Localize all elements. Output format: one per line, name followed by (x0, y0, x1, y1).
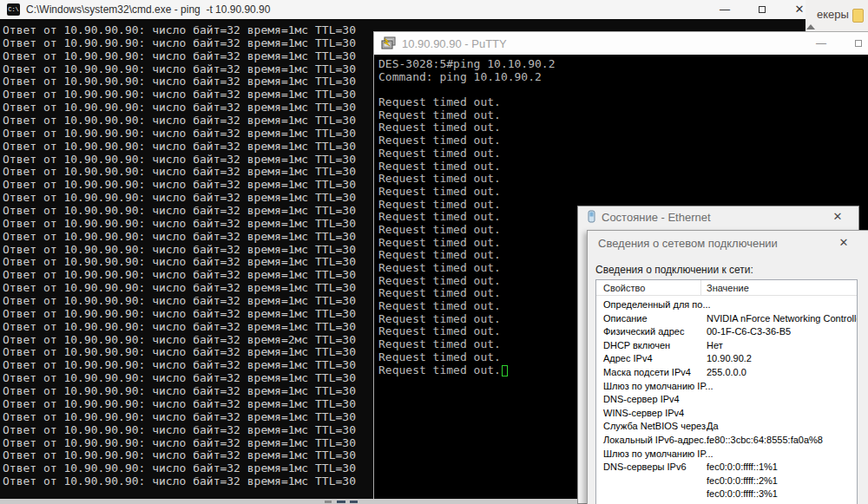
property-cell: Адрес IPv4 (603, 353, 653, 363)
putty-maximize-button[interactable] (845, 32, 868, 55)
putty-titlebar[interactable]: 10.90.90.90 - PuTTY — (374, 32, 868, 55)
table-row[interactable]: fec0:0:0:ffff::3%1 (596, 488, 857, 502)
table-row[interactable]: WINS-сервер IPv4 (596, 408, 857, 422)
value-cell: Нет (707, 340, 723, 350)
column-header-value[interactable]: Значение (707, 283, 749, 293)
details-titlebar[interactable]: Сведения о сетевом подключении ✕ (588, 231, 868, 255)
table-row[interactable]: DNS-сервер IPv4 (596, 394, 857, 408)
property-cell: Шлюз по умолчанию IP... (603, 381, 713, 391)
value-cell: NVIDIA nForce Networking Controller (707, 313, 858, 324)
table-row[interactable]: Служба NetBIOS через...Да (596, 421, 857, 435)
taskbar-fragment (350, 501, 358, 503)
sticky-note-icon (852, 9, 864, 23)
putty-icon (381, 36, 397, 54)
maximize-icon (759, 6, 766, 13)
taskbar-fragment (325, 501, 332, 503)
ethernet-titlebar[interactable]: Состояние - Ethernet ✕ (578, 206, 858, 228)
ethernet-close-button[interactable]: ✕ (828, 208, 847, 226)
terminal-line: Request timed out. (378, 121, 868, 134)
value-cell: 255.0.0.0 (707, 367, 746, 377)
table-row[interactable]: Локальный IPv6-адрес...fe80::3cbc:64:855… (596, 435, 857, 448)
property-cell: Физический адрес (603, 326, 684, 337)
maximize-icon (855, 40, 862, 47)
table-row[interactable]: Шлюз по умолчанию IP... (596, 381, 857, 395)
cmd-minimize-button[interactable]: — (712, 0, 738, 19)
table-row[interactable]: Шлюз по умолчанию IP... (596, 448, 857, 462)
cmd-maximize-button[interactable] (749, 0, 775, 19)
terminal-line: Request timed out. (378, 160, 868, 173)
table-header-row: Свойство Значение (596, 280, 857, 296)
property-cell: DNS-серверы IPv6 (603, 461, 687, 472)
table-rows: Определенный для по...ОписаниеNVIDIA nFo… (596, 299, 857, 502)
desktop: екеры C:\ C:\Windows\system32\cmd.exe - … (0, 0, 868, 504)
ethernet-window-title: Состояние - Ethernet (602, 211, 711, 224)
table-row[interactable]: ОписаниеNVIDIA nForce Networking Control… (596, 313, 857, 327)
terminal-line: Request timed out. (378, 186, 868, 199)
network-adapter-icon (586, 210, 597, 227)
property-cell: Локальный IPv6-адрес... (603, 435, 712, 445)
cmd-icon: C:\ (7, 3, 20, 16)
terminal-line: DES-3028:5#ping 10.10.90.2 (378, 58, 868, 71)
value-cell: 10.90.90.2 (707, 353, 752, 363)
terminal-cursor (502, 365, 508, 376)
property-cell: Описание (603, 313, 648, 324)
property-cell: Служба NetBIOS через... (603, 421, 713, 431)
terminal-line: Request timed out. (378, 173, 868, 186)
background-window-label: екеры (817, 8, 849, 21)
value-cell: fe80::3cbc:64:8555:fa0a%8 (707, 435, 823, 445)
putty-minimize-button[interactable]: — (808, 32, 834, 55)
column-header-property[interactable]: Свойство (603, 283, 645, 293)
terminal-line: Command: ping 10.10.90.2 (378, 71, 868, 84)
value-cell: fec0:0:0:ffff::2%1 (707, 475, 778, 486)
connection-details-table: Свойство Значение Определенный для по...… (595, 279, 858, 504)
details-section-label: Сведения о подключении к сети: (595, 264, 753, 276)
details-dialog-title: Сведения о сетевом подключении (598, 237, 778, 250)
value-cell: fec0:0:0:ffff::1%1 (707, 461, 778, 472)
property-cell: Определенный для по... (603, 299, 711, 310)
value-cell: Да (707, 421, 719, 431)
property-cell: Шлюз по умолчанию IP... (603, 448, 713, 459)
table-row[interactable]: Адрес IPv410.90.90.2 (596, 353, 857, 367)
terminal-line: Request timed out. (378, 147, 868, 160)
terminal-line: Request timed out. (378, 134, 868, 147)
terminal-line (378, 83, 868, 96)
desktop-edge-strip (0, 499, 578, 504)
cmd-titlebar[interactable]: C:\ C:\Windows\system32\cmd.exe - ping -… (0, 0, 806, 19)
connection-details-dialog: Сведения о сетевом подключении ✕ Сведени… (587, 230, 868, 504)
table-row[interactable]: Определенный для по... (596, 299, 857, 313)
scrollbar-up-icon[interactable] (806, 24, 815, 29)
terminal-line: Request timed out. (378, 96, 868, 109)
property-cell: Маска подсети IPv4 (603, 367, 691, 377)
table-row[interactable]: fec0:0:0:ffff::2%1 (596, 475, 857, 489)
property-cell: DNS-сервер IPv4 (603, 394, 680, 404)
table-row[interactable]: DNS-серверы IPv6fec0:0:0:ffff::1%1 (596, 461, 857, 475)
details-close-button[interactable]: ✕ (834, 234, 853, 252)
cmd-close-button[interactable]: ✕ (786, 0, 812, 19)
table-row[interactable]: Маска подсети IPv4255.0.0.0 (596, 367, 857, 381)
table-row[interactable]: Физический адрес00-1F-C6-C3-36-B5 (596, 326, 857, 340)
value-cell: fec0:0:0:ffff::3%1 (707, 488, 778, 499)
column-separator[interactable] (700, 280, 701, 296)
taskbar-fragment (337, 501, 345, 503)
property-cell: WINS-сервер IPv4 (603, 408, 684, 418)
property-cell: DHCP включен (603, 340, 670, 350)
table-row[interactable]: DHCP включенНет (596, 340, 857, 354)
cmd-window-title: C:\Windows\system32\cmd.exe - ping -t 10… (26, 3, 270, 16)
value-cell: 00-1F-C6-C3-36-B5 (707, 326, 791, 337)
terminal-line: Request timed out. (378, 109, 868, 122)
putty-window-title: 10.90.90.90 - PuTTY (402, 37, 507, 50)
